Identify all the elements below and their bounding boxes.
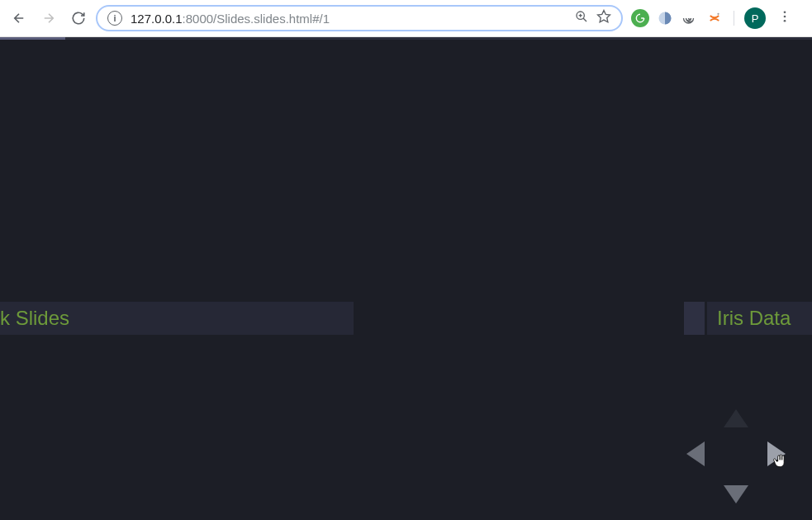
reload-icon	[71, 11, 86, 26]
url-action-icons	[575, 9, 611, 27]
previous-slide-title: k Slides	[0, 307, 69, 330]
url-text: 127.0.0.1:8000/Slides.slides.html#/1	[131, 12, 575, 26]
cell-input-bar	[684, 302, 707, 335]
back-button[interactable]	[7, 6, 31, 31]
nav-down-arrow[interactable]	[724, 485, 748, 503]
arrow-left-icon	[12, 11, 26, 26]
nav-left-arrow[interactable]	[686, 441, 705, 466]
grammarly-extension-icon[interactable]	[631, 9, 649, 27]
extensions-tray: P	[631, 7, 797, 29]
svg-point-8	[784, 16, 786, 18]
extension-icon-3[interactable]	[681, 9, 699, 27]
bookmark-star-icon[interactable]	[596, 9, 611, 27]
url-host: 127.0.0.1	[131, 12, 183, 26]
nav-up-arrow[interactable]	[724, 409, 748, 427]
svg-line-1	[583, 18, 586, 21]
progress-bar	[0, 37, 812, 40]
reload-button[interactable]	[66, 6, 91, 31]
url-path: :8000/Slides.slides.html#/1	[183, 12, 330, 26]
arrow-right-icon	[41, 11, 56, 26]
forward-button[interactable]	[36, 6, 61, 31]
nav-buttons	[7, 6, 91, 31]
extension-icon-2[interactable]	[656, 9, 674, 27]
svg-marker-4	[598, 11, 610, 22]
next-slide-title: Iris Data	[717, 307, 791, 330]
site-info-icon[interactable]: i	[107, 11, 122, 26]
previous-slide-preview[interactable]: k Slides	[0, 302, 354, 335]
address-bar[interactable]: i 127.0.0.1:8000/Slides.slides.html#/1	[96, 5, 623, 31]
nav-right-arrow[interactable]	[767, 441, 786, 466]
next-slide-preview[interactable]: Iris Data	[684, 302, 812, 335]
chrome-menu-button[interactable]	[777, 9, 792, 27]
zoom-icon[interactable]	[575, 10, 588, 26]
divider	[734, 11, 734, 26]
profile-avatar[interactable]: P	[744, 7, 766, 29]
browser-toolbar: i 127.0.0.1:8000/Slides.slides.html#/1 P	[0, 0, 812, 37]
svg-point-7	[784, 11, 786, 13]
svg-point-6	[717, 13, 719, 15]
slides-viewport: k Slides Iris Data	[0, 37, 812, 520]
svg-point-9	[784, 20, 786, 22]
slide-controls	[686, 404, 786, 503]
jupyter-extension-icon[interactable]	[705, 9, 724, 27]
